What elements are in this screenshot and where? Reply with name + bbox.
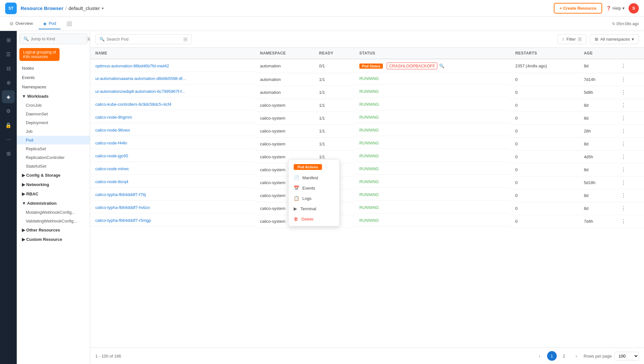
nav-section-custom-resource[interactable]: ▶ Custom Resource <box>17 235 90 244</box>
more-actions-icon[interactable]: ⋮ <box>620 62 627 70</box>
pod-name-link[interactable]: ui-automationaawria-automation-d8d4b5598… <box>95 76 186 81</box>
search-pod-input[interactable] <box>107 37 181 42</box>
nav-section-workloads[interactable]: ▼ Workloads <box>17 92 90 101</box>
pod-name-link[interactable]: calico-typha-fb64dddf7-f7ttj <box>95 192 146 197</box>
nav-sub-deployment[interactable]: Deployment <box>17 118 90 127</box>
nav-sub-replicationcontroller[interactable]: ReplicationController <box>17 153 90 162</box>
more-actions-icon[interactable]: ⋮ <box>620 153 627 161</box>
pod-ready-cell: 1/1 <box>314 137 354 150</box>
filter-button[interactable]: ⫶ Filter f <box>557 34 587 44</box>
pagination-page-1[interactable]: 1 <box>547 351 557 361</box>
pod-name-link[interactable]: calico-typha-fb64dddf7-r5mgp <box>95 218 151 223</box>
more-actions-icon[interactable]: ⋮ <box>620 192 627 200</box>
jump-to-kind-input[interactable] <box>31 36 85 41</box>
pod-status-cell: RUNNING <box>354 189 510 201</box>
context-menu-delete[interactable]: 🗑 Delete <box>289 214 339 224</box>
nav-item-events[interactable]: Events <box>17 73 90 82</box>
pod-table-container: NAME NAMESPACE READY STATUS RESTARTS AGE… <box>90 48 644 348</box>
more-actions-icon[interactable]: ⋮ <box>620 217 627 225</box>
pod-name-link[interactable]: calico-node-8hgmm <box>95 115 132 120</box>
more-actions-icon[interactable]: ⋮ <box>620 140 627 148</box>
more-actions-icon[interactable]: ⋮ <box>620 166 627 174</box>
pod-name-link[interactable]: calico-node-96vwx <box>95 128 130 133</box>
nav-sub-replicaset[interactable]: ReplicaSet <box>17 144 90 153</box>
sidebar-icon-apps[interactable]: ⊟ <box>2 62 15 75</box>
pod-age-cell: 8d <box>579 59 614 73</box>
more-actions-icon[interactable]: ⋮ <box>620 75 627 84</box>
pod-age-cell: 28h <box>579 124 614 137</box>
more-actions-icon[interactable]: ⋮ <box>620 204 627 212</box>
pod-age-cell: 8d <box>579 202 614 215</box>
user-avatar[interactable]: S <box>629 3 639 14</box>
pod-status-value: RUNNING <box>359 89 379 94</box>
more-actions-icon[interactable]: ⋮ <box>620 127 627 135</box>
sidebar-icon-dashboard[interactable]: ⊞ <box>2 34 15 46</box>
pod-name-link[interactable]: calico-node-mlrwc <box>95 166 129 171</box>
pod-status-cell: RUNNING <box>354 150 510 162</box>
pod-name-link[interactable]: calico-node-f44ln <box>95 141 127 145</box>
context-menu-logs[interactable]: 📋 Logs <box>289 193 339 203</box>
pagination-prev[interactable]: ‹ <box>535 351 545 361</box>
context-menu: Pod Actions 📄 Manifest 📅 Events 📋 Logs ▶… <box>288 159 340 226</box>
sidebar-icon-more[interactable]: ⋯ <box>2 133 15 146</box>
sidebar-icon-resources[interactable]: ◈ <box>2 90 15 103</box>
pod-name-link[interactable]: calico-node-tbcq4 <box>95 179 128 184</box>
nav-section-administration[interactable]: ▼ Administration <box>17 199 90 208</box>
nav-sub-job[interactable]: Job <box>17 127 90 136</box>
tab-overview[interactable]: ⊙ Overview <box>5 18 37 29</box>
status-search-icon[interactable]: 🔍 <box>439 64 444 68</box>
pod-name-link[interactable]: calico-node-jgc65 <box>95 153 128 158</box>
help-button[interactable]: ❓ Help ▾ <box>606 6 625 11</box>
pod-name-link[interactable]: optimus-automation-86bd46b7fd-mwl42 <box>95 64 169 68</box>
nav-sub-cronjob[interactable]: CronJob <box>17 101 90 110</box>
pagination-page-2[interactable]: 2 <box>559 351 569 361</box>
pod-name-link[interactable]: calico-typha-fb64dddf7-hvbzv <box>95 205 150 210</box>
nav-search[interactable]: 🔍 k <box>19 34 87 44</box>
nav-section-networking[interactable]: ▶ Networking <box>17 180 90 189</box>
breadcrumb: Resource Browser / default_cluster ▾ <box>21 5 104 11</box>
sidebar-icon-add[interactable]: ⊕ <box>2 76 15 89</box>
nav-sub-validatingwebhook[interactable]: ValidatingWebhookConfig... <box>17 217 90 225</box>
more-actions-icon[interactable]: ⋮ <box>620 114 627 122</box>
nav-sub-pod[interactable]: Pod <box>17 136 90 144</box>
left-nav: 🔍 k Logical grouping ofK8s resources Nod… <box>17 31 90 364</box>
nav-sub-statefulset[interactable]: StatefulSet <box>17 162 90 171</box>
pod-name-cell: calico-node-jgc65 <box>90 150 255 162</box>
refresh-icon: ↻ <box>612 22 615 26</box>
pod-status-value: RUNNING <box>359 76 379 81</box>
rows-per-page-select[interactable]: 100 50 25 <box>614 352 639 360</box>
nav-item-namespaces[interactable]: Namespaces <box>17 82 90 92</box>
pod-name-link[interactable]: calico-kube-controllers-6c9dc58dc5-nlcf4 <box>95 102 171 107</box>
pod-status-badge: Pod Status <box>359 64 383 69</box>
pod-actions-cell: ⋮ <box>614 124 644 137</box>
sidebar-icon-list[interactable]: ☰ <box>2 48 15 61</box>
cluster-dropdown-icon[interactable]: ▾ <box>102 6 104 11</box>
context-menu-terminal[interactable]: ▶ Terminal <box>289 203 339 214</box>
nav-item-nodes[interactable]: Nodes <box>17 64 90 73</box>
search-pod[interactable]: 🔍 r <box>95 34 192 44</box>
namespace-selector[interactable]: ⊞ All namespaces ▾ <box>590 34 639 44</box>
pagination-next[interactable]: › <box>572 351 581 361</box>
nav-section-config-storage[interactable]: ▶ Config & Storage <box>17 171 90 180</box>
more-actions-icon[interactable]: ⋮ <box>620 179 627 187</box>
pod-namespace-cell: calico-system <box>255 137 314 150</box>
tab-pod[interactable]: ◈ Pod <box>39 18 61 29</box>
pod-status-value: RUNNING <box>359 102 379 107</box>
more-actions-icon[interactable]: ⋮ <box>620 101 627 109</box>
events-icon: 📅 <box>294 185 299 191</box>
nav-section-rbac[interactable]: ▶ RBAC <box>17 189 90 199</box>
nav-sub-mutatingwebhook[interactable]: MutatingWebhookConfig... <box>17 208 90 217</box>
create-resource-button[interactable]: + Create Resource <box>554 3 602 14</box>
sidebar-icon-security[interactable]: 🔒 <box>2 119 15 132</box>
more-actions-icon[interactable]: ⋮ <box>620 88 627 96</box>
nav-section-other-resources[interactable]: ▶ Other Resources <box>17 225 90 235</box>
nav-sub-daemonset[interactable]: DaemonSet <box>17 110 90 118</box>
context-menu-manifest[interactable]: 📄 Manifest <box>289 172 339 183</box>
sidebar-icon-settings[interactable]: ⚙ <box>2 104 15 117</box>
sidebar-icon-layers[interactable]: ⊞ <box>2 147 15 160</box>
context-menu-events[interactable]: 📅 Events <box>289 183 339 193</box>
pod-namespace-cell: calico-system <box>255 99 314 112</box>
tab-terminal[interactable]: ⬜ <box>62 18 76 29</box>
pod-name-link[interactable]: ui-automationzwdqdl-automation-6c7995967… <box>95 89 185 94</box>
help-icon: ❓ <box>606 6 611 11</box>
